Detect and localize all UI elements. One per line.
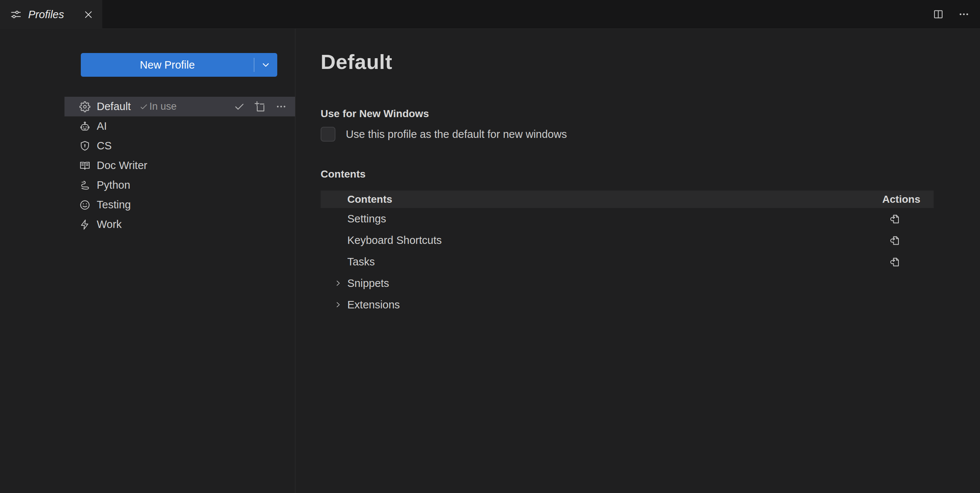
profile-list: Default In use (0, 97, 295, 234)
sidebar-item-testing[interactable]: Testing (65, 195, 295, 215)
tab-strip (102, 0, 980, 29)
more-actions-icon[interactable] (958, 8, 970, 21)
row-label: Settings (347, 213, 386, 225)
profile-row-actions (233, 100, 288, 113)
tab-title: Profiles (28, 8, 77, 21)
use-profile-check-icon[interactable] (233, 100, 246, 113)
new-window-with-profile-icon[interactable] (253, 100, 267, 113)
smiley-icon (79, 199, 91, 210)
zap-icon (79, 219, 91, 230)
sidebar-item-doc-writer[interactable]: Doc Writer (65, 156, 295, 175)
sidebar-item-cs[interactable]: CS (65, 136, 295, 156)
sidebar-item-work[interactable]: Work (65, 215, 295, 234)
profiles-editor: New Profile Default In use (0, 29, 980, 493)
profile-more-actions-icon[interactable] (275, 100, 288, 113)
table-row-tasks[interactable]: Tasks (321, 251, 934, 272)
sidebar-item-python[interactable]: Python (65, 175, 295, 195)
new-windows-heading: Use for New Windows (321, 108, 980, 120)
profiles-sliders-icon (10, 9, 22, 20)
checkbox-label: Use this profile as the default for new … (346, 128, 567, 140)
table-row-extensions[interactable]: Extensions (321, 294, 934, 315)
contents-table: Contents Actions Settings (321, 191, 934, 315)
robot-icon (79, 121, 91, 132)
profile-name: Work (97, 218, 122, 231)
table-header-row: Contents Actions (321, 191, 934, 208)
in-use-badge: In use (139, 101, 177, 112)
split-editor-icon[interactable] (932, 8, 945, 21)
contents-heading: Contents (321, 168, 980, 180)
in-use-label: In use (150, 101, 177, 112)
gear-icon (79, 101, 91, 112)
close-icon[interactable] (83, 10, 94, 20)
table-row-snippets[interactable]: Snippets (321, 272, 934, 294)
profile-name: Testing (97, 199, 131, 211)
open-file-icon[interactable] (888, 255, 901, 268)
profile-name: Doc Writer (97, 159, 147, 172)
table-row-keyboard-shortcuts[interactable]: Keyboard Shortcuts (321, 229, 934, 251)
row-label: Keyboard Shortcuts (347, 234, 442, 247)
profile-name: Default (97, 100, 131, 113)
row-label: Tasks (347, 256, 375, 268)
profile-details: Default Use for New Windows Use this pro… (296, 29, 980, 493)
open-book-icon (79, 160, 91, 171)
profile-name: Python (97, 179, 130, 191)
table-row-settings[interactable]: Settings (321, 208, 934, 229)
default-for-new-windows-checkbox[interactable] (321, 127, 336, 142)
row-label: Extensions (347, 299, 400, 311)
tab-bar: Profiles (0, 0, 980, 29)
profile-name: AI (97, 120, 107, 132)
snake-icon (79, 180, 91, 191)
page-title: Default (321, 50, 980, 74)
chevron-right-icon[interactable] (334, 279, 342, 287)
chevron-right-icon[interactable] (334, 301, 342, 309)
sidebar-item-default[interactable]: Default In use (65, 97, 295, 116)
profile-name: CS (97, 140, 111, 152)
shield-lock-icon (79, 140, 91, 152)
open-file-icon[interactable] (888, 212, 901, 225)
default-for-new-windows-row: Use this profile as the default for new … (321, 127, 980, 142)
column-header-contents: Contents (321, 194, 856, 205)
open-file-icon[interactable] (888, 234, 901, 247)
chevron-down-icon[interactable] (254, 53, 277, 77)
new-profile-button[interactable]: New Profile (81, 53, 277, 77)
row-label: Snippets (347, 277, 389, 289)
column-header-actions: Actions (856, 194, 934, 205)
sidebar-item-ai[interactable]: AI (65, 116, 295, 136)
new-profile-label[interactable]: New Profile (81, 53, 254, 77)
tab-profiles[interactable]: Profiles (0, 0, 102, 29)
profiles-sidebar: New Profile Default In use (0, 29, 296, 493)
